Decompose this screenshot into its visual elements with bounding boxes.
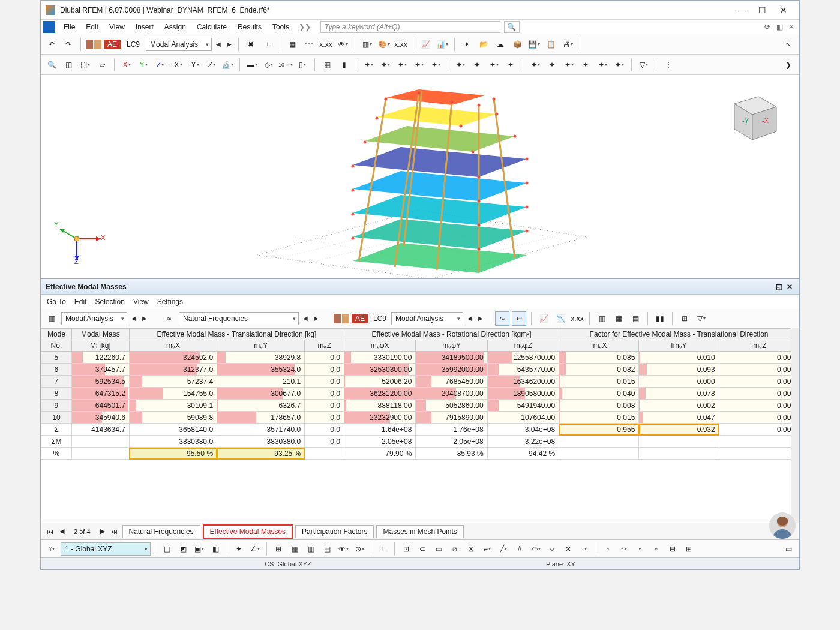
filter-icon[interactable]: ▽: [637, 58, 651, 72]
h-mepz[interactable]: mₑφZ: [487, 340, 559, 352]
copy-icon[interactable]: 📋: [544, 37, 558, 52]
panel-filter-icon[interactable]: ▽: [694, 311, 709, 326]
star-b-icon[interactable]: ✦: [378, 58, 392, 72]
table-cell[interactable]: 0.0: [305, 412, 344, 424]
h-mey[interactable]: mₑY: [217, 340, 305, 352]
star-g-icon[interactable]: ✦: [470, 58, 484, 72]
vertical-scrollbar[interactable]: [791, 328, 799, 523]
table-cell[interactable]: 0.040: [559, 388, 639, 400]
table-cell[interactable]: 0.000: [719, 388, 799, 400]
results-deform-icon[interactable]: 〰: [302, 37, 316, 52]
h-mez[interactable]: mₑZ: [305, 340, 344, 352]
ftb-sq-icon[interactable]: ▫: [601, 542, 615, 556]
print-icon[interactable]: 🖨: [560, 37, 575, 52]
ftb-1-icon[interactable]: ◫: [160, 542, 174, 556]
star-h-icon[interactable]: ✦: [487, 58, 501, 72]
panel-t2-icon[interactable]: ▦: [611, 311, 626, 326]
table-cell[interactable]: 35992000.00: [416, 364, 487, 376]
table-cell[interactable]: 30109.1: [129, 400, 217, 412]
table-cell[interactable]: 312377.0: [129, 364, 217, 376]
table-cell[interactable]: 0.000: [719, 364, 799, 376]
ftb-d1-icon[interactable]: ⊟: [665, 542, 680, 556]
overflow-icon[interactable]: ❯: [781, 58, 796, 72]
axis-nz-icon[interactable]: -Z: [203, 58, 218, 72]
results-table[interactable]: Mode Modal Mass Effective Modal Mass - T…: [41, 328, 799, 460]
table-cell[interactable]: 12558700.00: [487, 352, 559, 364]
results-mesh-icon[interactable]: ▦: [285, 37, 299, 52]
nav-prev[interactable]: ◀: [57, 526, 67, 536]
star-f-icon[interactable]: ✦: [453, 58, 467, 72]
view-cube-icon[interactable]: ⬚: [78, 58, 92, 72]
tab-natfreq[interactable]: Natural Frequencies: [122, 525, 200, 538]
table-cell[interactable]: 6326.7: [217, 400, 305, 412]
add-load-icon[interactable]: ＋: [260, 37, 275, 52]
table-row[interactable]: 6379457.7312377.0355324.00.032530300.003…: [41, 364, 799, 376]
axis-ny-icon[interactable]: -Y: [187, 58, 201, 72]
column-icon[interactable]: ▯: [295, 58, 310, 72]
ftb-d2-icon[interactable]: ⊞: [682, 542, 696, 556]
table-row[interactable]: 8647315.2154755.0300677.00.036281200.002…: [41, 388, 799, 400]
panel-fq-next[interactable]: ▶: [312, 312, 320, 325]
table-cell[interactable]: 23232900.00: [344, 412, 415, 424]
table-cell[interactable]: 0.0: [305, 388, 344, 400]
table-cell[interactable]: 38929.8: [217, 352, 305, 364]
tab-meshmass[interactable]: Masses in Mesh Points: [376, 525, 463, 538]
table-cell[interactable]: 0.0: [305, 352, 344, 364]
h-fmex[interactable]: fmₑX: [559, 340, 639, 352]
nav-first[interactable]: ⏮: [44, 527, 56, 536]
tab-partfac[interactable]: Participation Factors: [295, 525, 374, 538]
table-cell[interactable]: 0.000: [719, 352, 799, 364]
star-k-icon[interactable]: ✦: [545, 58, 559, 72]
table-cell[interactable]: 7915890.00: [416, 412, 487, 424]
table-cell[interactable]: 59089.8: [129, 412, 217, 424]
table-cell[interactable]: 379457.7: [71, 364, 129, 376]
table-row[interactable]: 9644501.730109.16326.70.0888118.00505286…: [41, 400, 799, 412]
view-iso-icon[interactable]: ◫: [61, 58, 76, 72]
star-j-icon[interactable]: ✦: [528, 58, 542, 72]
menu-tools[interactable]: Tools: [268, 21, 294, 33]
table-row[interactable]: 7592534.557237.4210.10.052006.207685450.…: [41, 376, 799, 388]
3d-viewport[interactable]: -Y -X X Y Z: [41, 75, 799, 279]
menu-assign[interactable]: Assign: [160, 21, 191, 33]
star-new-icon[interactable]: ✦: [460, 37, 474, 52]
table-cell[interactable]: 7685450.00: [416, 376, 487, 388]
panel-detach-icon[interactable]: ◱: [774, 282, 784, 292]
ftb-star-icon[interactable]: ✦: [232, 542, 246, 556]
panel-modal-select[interactable]: Modal Analysis: [391, 312, 463, 325]
cs-icon[interactable]: ⟟: [44, 542, 59, 556]
close-panel-icon[interactable]: ✕: [786, 22, 797, 32]
ftb-sq2-icon[interactable]: ▫: [617, 542, 631, 556]
snap-x-icon[interactable]: ⊠: [464, 542, 478, 556]
panel-t1-icon[interactable]: ▥: [595, 311, 609, 326]
ftb-sq3-icon[interactable]: ▫: [633, 542, 647, 556]
axis-x-icon[interactable]: X: [119, 58, 134, 72]
maximize-button[interactable]: ☐: [751, 2, 773, 19]
snap-diag-icon[interactable]: ⧄: [448, 542, 462, 556]
panel-graph1-icon[interactable]: 📈: [536, 311, 551, 326]
table-cell[interactable]: 0.000: [719, 400, 799, 412]
ftb-g1-icon[interactable]: ⊞: [271, 542, 286, 556]
panel-cols-icon[interactable]: ▮▮: [653, 311, 667, 326]
nav-next[interactable]: ▶: [98, 526, 107, 536]
panel-curve-icon[interactable]: ∿: [495, 311, 509, 326]
restore-view-icon[interactable]: ⟳: [762, 22, 773, 32]
ftb-end-icon[interactable]: ▭: [781, 542, 796, 556]
table-cell[interactable]: 5435770.00: [487, 364, 559, 376]
table-cell[interactable]: 592534.5: [71, 376, 129, 388]
star-n-icon[interactable]: ✦: [595, 58, 610, 72]
undo-icon[interactable]: ↶: [44, 37, 59, 52]
panel-xxx-icon[interactable]: x.xx: [570, 311, 584, 326]
table-cell[interactable]: 122260.7: [71, 352, 129, 364]
table-cell[interactable]: 345940.6: [71, 412, 129, 424]
panel-lc-prev[interactable]: ◀: [466, 312, 474, 325]
table-cell[interactable]: 52006.20: [344, 376, 415, 388]
table-cell[interactable]: 0.010: [639, 352, 719, 364]
table-cell[interactable]: 0.015: [559, 412, 639, 424]
render-wire-icon[interactable]: ◇: [262, 58, 276, 72]
menu-insert[interactable]: Insert: [131, 21, 158, 33]
star-e-icon[interactable]: ✦: [428, 58, 443, 72]
zoom-icon[interactable]: 🔍: [44, 58, 59, 72]
star-m-icon[interactable]: ✦: [578, 58, 593, 72]
table-cell[interactable]: 16346200.00: [487, 376, 559, 388]
panel-selection[interactable]: Selection: [95, 298, 125, 306]
